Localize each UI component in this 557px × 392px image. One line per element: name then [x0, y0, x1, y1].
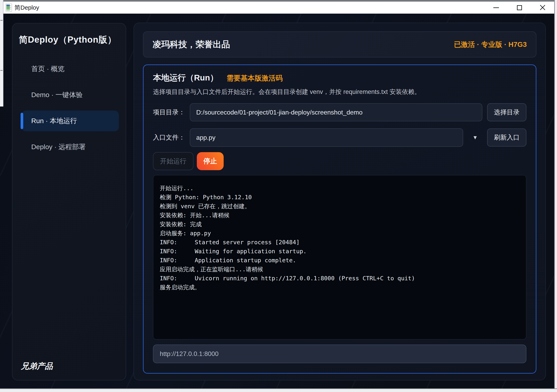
console-line: INFO: Waiting for application startup.: [160, 247, 520, 256]
entry-file-row: 入口文件： app.py ▼ 刷新入口: [153, 129, 526, 147]
taskbar-strip: [0, 388, 557, 392]
console-line: 服务启动完成。: [160, 283, 520, 292]
entry-file-select[interactable]: app.py: [190, 128, 463, 147]
chevron-down-icon: ▼: [473, 135, 478, 141]
choose-dir-button[interactable]: 选择目录: [487, 103, 526, 121]
service-url-field[interactable]: http://127.0.0.1:8000: [153, 344, 526, 363]
panel-description: 选择项目目录与入口文件后开始运行。会在项目目录创建 venv，并按 requir…: [153, 88, 526, 96]
app-window: 简Deploy 简Deploy（Python版） 首页 · 概览 Demo · …: [0, 2, 554, 388]
minimize-button[interactable]: [484, 2, 508, 14]
sidebar-item-demo[interactable]: Demo · 一键体验: [19, 84, 119, 105]
console-line: INFO: Started server process [20484]: [160, 238, 520, 247]
console-output[interactable]: 开始运行...检测 Python: Python 3.12.10检测到 venv…: [153, 175, 526, 340]
console-line: 安装依赖: 完成: [160, 220, 520, 229]
console-line: 安装依赖: 开始...请稍候: [160, 211, 520, 220]
sidebar-item-home[interactable]: 首页 · 概览: [19, 58, 119, 79]
sidebar-footer-brother-products: 兄弟产品: [19, 360, 119, 372]
console-line: 检测到 venv 已存在，跳过创建。: [160, 202, 520, 211]
header-title: 凌玛科技，荣誉出品: [153, 39, 230, 50]
activation-required-badge: 需要基本版激活码: [227, 74, 283, 83]
header-card: 凌玛科技，荣誉出品 已激活 · 专业版 · H7G3: [143, 32, 536, 57]
start-run-button-disabled: 开始运行: [153, 152, 193, 170]
desktop-right-fragment: [554, 0, 557, 392]
close-button[interactable]: [531, 2, 554, 14]
desktop-fragment-mark: [0, 20, 3, 21]
titlebar: 简Deploy: [0, 2, 554, 14]
sidebar-item-run[interactable]: Run · 本地运行: [22, 111, 119, 131]
desktop-top-fragment: [0, 0, 557, 2]
console-line: 应用启动完成，正在监听端口...请稍候: [160, 265, 520, 274]
maximize-icon: [517, 5, 522, 10]
desktop-fragment-mark: [0, 70, 3, 71]
main-card: 凌玛科技，荣誉出品 已激活 · 专业版 · H7G3 本地运行（Run） 需要基…: [133, 23, 546, 380]
console-line: 检测 Python: Python 3.12.10: [160, 193, 520, 202]
maximize-button[interactable]: [508, 2, 531, 14]
window-title: 简Deploy: [14, 4, 39, 12]
close-icon: [540, 5, 546, 11]
entry-file-label: 入口文件：: [153, 133, 190, 142]
app-icon-line: [10, 6, 11, 6]
license-status-badge: 已激活 · 专业版 · H7G3: [454, 40, 527, 49]
desktop-left-fragment: [0, 0, 3, 106]
sidebar-item-deploy[interactable]: Deploy · 远程部署: [19, 137, 119, 157]
app-icon-picture: [6, 5, 10, 11]
console-line: INFO: Uvicorn running on http://127.0.0.…: [160, 274, 520, 283]
minimize-icon: [493, 8, 499, 8]
console-line: 启动服务: app.py: [160, 229, 520, 238]
sidebar: 简Deploy（Python版） 首页 · 概览 Demo · 一键体验 Run…: [12, 23, 126, 380]
console-line: INFO: Application startup complete.: [160, 256, 520, 265]
console-line: 开始运行...: [160, 184, 520, 193]
run-panel: 本地运行（Run） 需要基本版激活码 选择项目目录与入口文件后开始运行。会在项目…: [143, 65, 536, 374]
project-dir-label: 项目目录：: [153, 108, 190, 117]
app-icon: [6, 4, 12, 12]
sidebar-title: 简Deploy（Python版）: [19, 34, 119, 46]
stop-button[interactable]: 停止: [197, 152, 224, 170]
panel-title: 本地运行（Run）: [153, 72, 218, 83]
app-icon-line: [10, 9, 11, 9]
action-row: 开始运行 停止: [153, 152, 526, 170]
window-body: 简Deploy（Python版） 首页 · 概览 Demo · 一键体验 Run…: [0, 14, 554, 388]
app-icon-line: [10, 7, 11, 8]
project-dir-input[interactable]: [190, 103, 482, 121]
project-dir-row: 项目目录： 选择目录: [153, 103, 526, 121]
panel-title-row: 本地运行（Run） 需要基本版激活码: [153, 72, 526, 83]
refresh-entry-button[interactable]: 刷新入口: [487, 129, 526, 147]
entry-file-arrow-cell[interactable]: ▼: [463, 135, 487, 141]
